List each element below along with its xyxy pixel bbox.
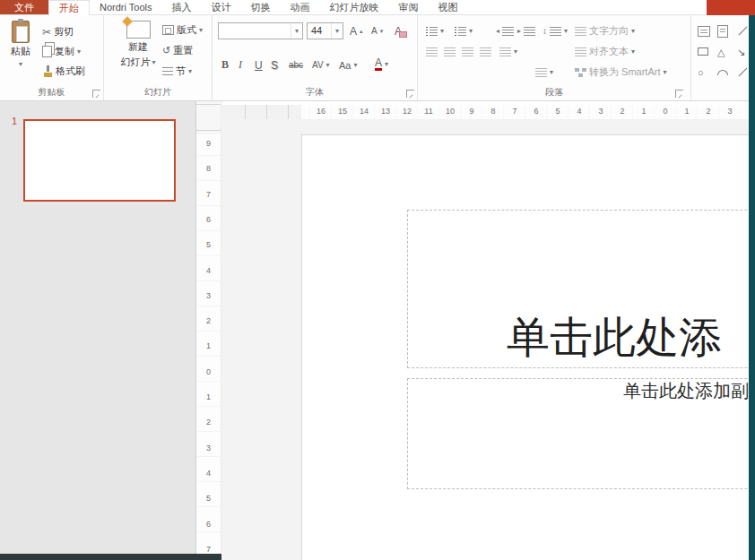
ruler-number: 6 (529, 105, 543, 118)
indent-lines-icon (524, 27, 535, 36)
increase-indent-button[interactable]: ▸ (515, 22, 538, 39)
tab-视图[interactable]: 视图 (429, 0, 468, 14)
reset-icon: ↺ (162, 46, 170, 56)
tab-幻灯片放映[interactable]: 幻灯片放映 (320, 0, 389, 14)
spacing-lines-icon (550, 27, 561, 36)
justify-button[interactable] (477, 43, 494, 60)
arc-shape-button[interactable] (715, 64, 731, 81)
bullets-button[interactable]: ▾ (423, 22, 447, 39)
slide-thumbnail[interactable] (23, 119, 176, 202)
format-painter-button[interactable]: 格式刷 (39, 63, 88, 80)
ruler-number: 16 (314, 105, 328, 118)
ruler-vertical: 98765432101234567 (196, 101, 221, 554)
paragraph-dialog-launcher-icon[interactable] (675, 90, 683, 98)
new-slide-label-line2-wrap: 幻灯片 ▾ (120, 56, 155, 69)
arrow-icon: ↘ (737, 47, 745, 57)
change-case-button[interactable]: Aa ▾ (336, 56, 360, 73)
tab-开始[interactable]: 开始 (48, 0, 90, 15)
underline-button[interactable]: U (252, 56, 265, 73)
ruler-number: 2 (701, 105, 716, 118)
paste-button[interactable]: 粘贴 ▾ (4, 19, 38, 83)
justify-icon (480, 47, 491, 56)
tab-Nordri Tools[interactable]: Nordri Tools (90, 0, 162, 14)
character-spacing-button[interactable]: AV ▾ (309, 56, 333, 73)
slide-canvas[interactable]: 单击此处添 单击此处添加副 (301, 134, 749, 560)
align-text-button[interactable]: 对齐文本 ▾ (572, 43, 638, 60)
chevron-down-icon[interactable]: ▾ (291, 23, 302, 39)
clear-formatting-button[interactable]: A (392, 22, 404, 39)
triangle-shape-button[interactable]: △ (715, 43, 727, 60)
down-arrow-icon: ▾ (380, 28, 384, 35)
chevron-down-icon: ▾ (152, 58, 155, 66)
font-name-combobox[interactable]: ▾ (218, 22, 303, 39)
title-placeholder-text[interactable]: 单击此处添 (507, 309, 722, 366)
text-direction-button[interactable]: 文字方向 ▾ (572, 22, 638, 39)
powerpoint-window: 文件 开始Nordri Tools插入设计切换动画幻灯片放映审阅视图 粘贴 ▾ … (0, 0, 755, 560)
distribute-button[interactable]: ▾ (497, 43, 520, 60)
convert-to-smartart-button[interactable]: 转换为 SmartArt ▾ (572, 64, 669, 81)
section-label: 节 (176, 65, 186, 78)
horizontal-text-box-button[interactable] (695, 22, 713, 39)
bold-button[interactable]: B (219, 56, 231, 73)
columns-button[interactable]: ▾ (533, 64, 556, 81)
tab-设计[interactable]: 设计 (202, 0, 241, 14)
curve-icon (739, 68, 748, 77)
italic-button[interactable]: I (236, 56, 245, 73)
rectangle-shape-button[interactable] (695, 43, 711, 60)
chevron-down-icon[interactable]: ▾ (331, 23, 343, 39)
grow-font-button[interactable]: A▴ (347, 22, 366, 39)
tab-file[interactable]: 文件 (0, 0, 48, 14)
new-slide-button[interactable]: 新建 幻灯片 ▾ (115, 19, 161, 87)
reset-button[interactable]: ↺ 重置 (160, 42, 195, 59)
align-left-button[interactable] (423, 43, 440, 60)
distribute-icon (499, 47, 511, 56)
section-button[interactable]: 节 ▾ (160, 63, 195, 80)
numbering-button[interactable]: ▾ (452, 22, 475, 39)
reset-label: 重置 (173, 44, 193, 57)
triangle-icon: △ (717, 47, 725, 57)
copy-button[interactable]: 复制 ▾ (39, 43, 83, 60)
ruler-number: 0 (196, 366, 221, 377)
chevron-down-icon: ▾ (514, 47, 517, 56)
tab-插入[interactable]: 插入 (162, 0, 202, 14)
format-painter-icon (42, 65, 53, 78)
vertical-text-box-button[interactable] (715, 22, 731, 39)
section-icon (162, 67, 173, 75)
ruler-number: 13 (378, 105, 393, 118)
paragraph-group-label: 段落 (418, 86, 690, 99)
cut-button[interactable]: ✂ 剪切 (39, 23, 76, 40)
ruler-number: 6 (196, 214, 221, 225)
decrease-indent-button[interactable]: ◂ (493, 22, 516, 39)
tab-审阅[interactable]: 审阅 (389, 0, 429, 14)
strikethrough-button[interactable]: abc (286, 56, 306, 73)
ruler-number: 7 (196, 189, 221, 200)
tab-切换[interactable]: 切换 (241, 0, 281, 14)
clipboard-dialog-launcher-icon[interactable] (92, 90, 100, 98)
chevron-down-icon: ▾ (199, 26, 203, 34)
font-dialog-launcher-icon[interactable] (406, 90, 414, 98)
font-size-combobox[interactable]: 44 ▾ (307, 22, 343, 39)
shrink-font-button[interactable]: A▾ (369, 22, 386, 39)
line-spacing-button[interactable]: ↕ ▾ (540, 22, 570, 39)
circle-icon: ○ (698, 67, 704, 78)
subtitle-placeholder-text[interactable]: 单击此处添加副 (623, 379, 749, 403)
align-center-button[interactable] (441, 43, 458, 60)
text-shadow-button[interactable]: S (268, 56, 281, 73)
layout-button[interactable]: 版式 ▾ (160, 22, 205, 39)
ruler-number: 15 (335, 105, 350, 118)
font-color-button[interactable]: A ▾ (372, 56, 391, 73)
align-right-button[interactable] (459, 43, 476, 60)
right-arrow-icon: ▸ (517, 27, 521, 35)
arrow-shape-button[interactable]: ↘ (734, 43, 748, 60)
layout-label: 版式 (177, 23, 196, 37)
numbering-icon (455, 27, 466, 36)
font-group: ▾ 44 ▾ A▴ A▾ A B I U (213, 15, 418, 100)
ruler-number: 1 (196, 340, 221, 351)
oval-shape-button[interactable]: ○ (695, 64, 707, 81)
tab-动画[interactable]: 动画 (281, 0, 320, 14)
rectangle-icon (698, 47, 708, 56)
ruler-number: 9 (196, 138, 221, 149)
smartart-icon (575, 68, 586, 77)
grow-font-icon: A (350, 25, 357, 38)
ruler-number: 1 (196, 392, 221, 402)
